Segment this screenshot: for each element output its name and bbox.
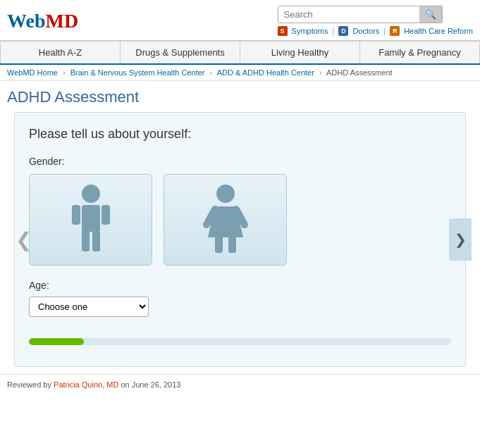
bc-current: ADHD Assessment (326, 68, 393, 77)
tab-drugs[interactable]: Drugs & Supplements (120, 41, 240, 63)
svg-rect-5 (101, 205, 110, 225)
quick-links: S Symptoms | D Doctors | R Health Care R… (278, 26, 473, 36)
breadcrumb: WebMD Home › Brain & Nervous System Heal… (0, 65, 480, 81)
gender-female[interactable] (164, 174, 287, 266)
header: WebMD 🔍 S Symptoms | D Doctors | R Healt… (0, 0, 480, 41)
quick-link-doctors[interactable]: Doctors (352, 27, 379, 35)
bc-sep-3: › (319, 68, 322, 77)
carousel-right-arrow[interactable]: ❯ (449, 218, 472, 261)
footer-reviewer-link[interactable]: Patricia Quinn, MD (54, 380, 118, 389)
separator-2: | (383, 27, 386, 35)
tab-health-az[interactable]: Health A-Z (0, 41, 120, 63)
gender-options (29, 174, 451, 266)
card-wrapper: ❮ Please tell us about yourself: Gender: (7, 112, 473, 367)
svg-point-6 (216, 185, 235, 203)
tab-family-pregnancy[interactable]: Family & Pregnancy (359, 41, 480, 63)
gender-male[interactable] (29, 174, 152, 266)
age-select[interactable]: Choose one Under 18 18-24 25-34 35-44 45… (29, 297, 149, 317)
quick-link-icon-reform: R (390, 26, 400, 36)
svg-rect-1 (82, 205, 100, 232)
progress-area (29, 338, 451, 345)
male-figure (66, 181, 116, 259)
svg-point-0 (82, 185, 100, 203)
progress-bar-background (29, 338, 451, 345)
page-title: ADHD Assessment (0, 81, 480, 112)
female-figure (201, 181, 250, 259)
carousel-left-arrow[interactable]: ❮ (16, 228, 32, 251)
bc-brain[interactable]: Brain & Nervous System Health Center (70, 68, 205, 77)
bc-sep-2: › (210, 68, 213, 77)
main-card: Please tell us about yourself: Gender: (14, 112, 466, 367)
footer-text-suffix: on June 26, 2013 (118, 380, 180, 389)
search-box: 🔍 (278, 6, 443, 23)
gender-label: Gender: (29, 156, 451, 167)
quick-link-icon-symptoms: S (278, 26, 288, 36)
bc-webmd-home[interactable]: WebMD Home (7, 68, 58, 77)
quick-link-icon-doctors: D (338, 26, 348, 36)
age-section: Age: Choose one Under 18 18-24 25-34 35-… (29, 280, 451, 317)
search-input[interactable] (278, 6, 419, 23)
quick-link-reform[interactable]: Health Care Reform (404, 27, 473, 35)
svg-rect-9 (228, 236, 236, 253)
bc-sep-1: › (63, 68, 66, 77)
bc-adhd-center[interactable]: ADD & ADHD Health Center (217, 68, 314, 77)
svg-rect-4 (72, 205, 80, 225)
age-label: Age: (29, 280, 451, 291)
search-button[interactable]: 🔍 (419, 6, 442, 23)
webmd-logo[interactable]: WebMD (7, 10, 78, 32)
tab-living-healthy[interactable]: Living Healthy (240, 41, 359, 63)
male-icon (66, 181, 116, 259)
footer-text-prefix: Reviewed by (7, 380, 54, 389)
footer: Reviewed by Patricia Quinn, MD on June 2… (0, 374, 480, 394)
search-area: 🔍 S Symptoms | D Doctors | R Health Care… (278, 6, 473, 36)
female-icon (201, 181, 250, 259)
logo-area: WebMD (7, 10, 78, 32)
svg-rect-8 (215, 236, 223, 253)
svg-rect-2 (82, 230, 90, 251)
nav-tabs: Health A-Z Drugs & Supplements Living He… (0, 41, 480, 65)
svg-rect-3 (92, 230, 100, 251)
progress-bar-fill (29, 338, 84, 345)
quick-link-symptoms[interactable]: Symptoms (292, 27, 328, 35)
separator-1: | (333, 27, 335, 35)
card-heading: Please tell us about yourself: (29, 127, 451, 142)
